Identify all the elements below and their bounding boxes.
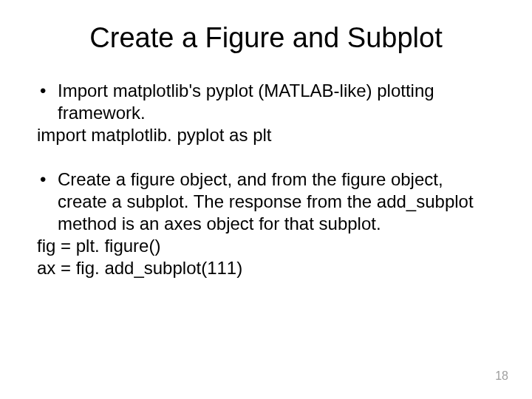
code-line: ax = fig. add_subplot(111) [37,257,495,279]
code-line: import matplotlib. pyplot as plt [37,124,495,146]
slide-title: Create a Figure and Subplot [37,22,495,54]
bullet-text: Create a figure object, and from the fig… [58,168,495,235]
slide: Create a Figure and Subplot • Import mat… [0,0,532,399]
bullet-marker: • [37,168,58,235]
bullet-text: Import matplotlib's pyplot (MATLAB-like)… [58,80,495,124]
code-line: fig = plt. figure() [37,235,495,257]
slide-content: • Import matplotlib's pyplot (MATLAB-lik… [37,80,495,279]
bullet-marker: • [37,80,58,124]
bullet-item: • Create a figure object, and from the f… [37,168,495,235]
bullet-item: • Import matplotlib's pyplot (MATLAB-lik… [37,80,495,124]
spacer [37,146,495,168]
page-number: 18 [495,369,508,383]
